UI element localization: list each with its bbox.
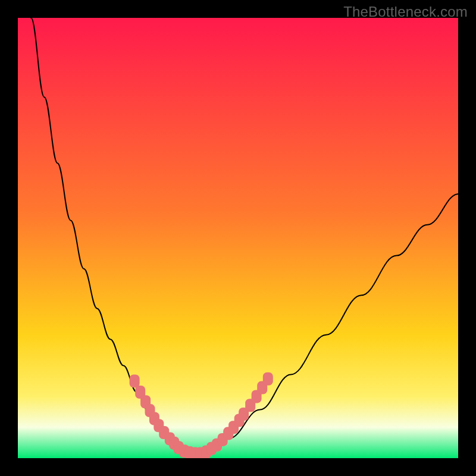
outer-frame: TheBottleneck.com [0,0,476,476]
gradient-background [18,18,458,458]
marker-point [263,372,273,386]
marker-point [130,375,140,388]
watermark-text: TheBottleneck.com [343,4,468,20]
chart-svg [18,18,458,458]
plot-area [18,18,458,458]
